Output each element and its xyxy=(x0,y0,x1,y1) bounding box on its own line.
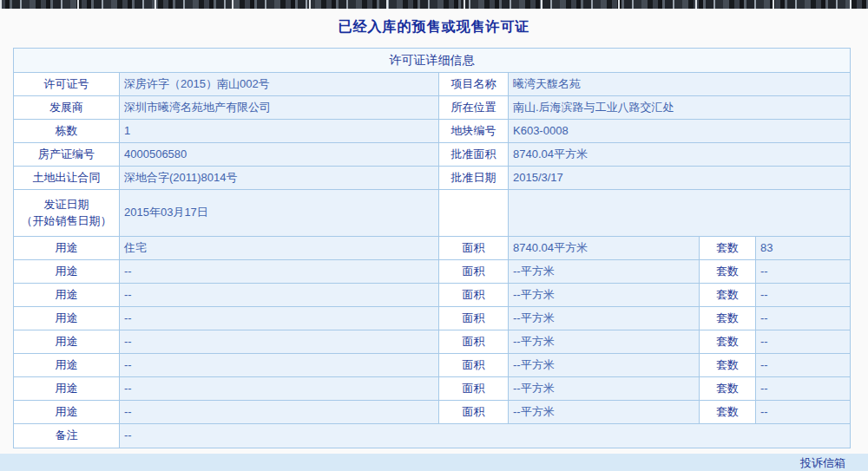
footer-bar: 投诉信箱 xyxy=(0,454,868,471)
field-label-text: 套数 xyxy=(716,357,739,374)
use-label: 用途 xyxy=(14,260,120,283)
table-header: 许可证详细信息 xyxy=(14,49,850,73)
use-value: -- xyxy=(120,401,439,423)
area-label: 面积 xyxy=(439,260,509,283)
use-value: 住宅 xyxy=(120,237,439,259)
field-label-text: 套数 xyxy=(716,381,739,397)
field-label-text: 面积 xyxy=(463,311,485,327)
units-value: -- xyxy=(756,260,850,283)
use-label: 用途 xyxy=(14,354,120,376)
field-value xyxy=(509,190,850,236)
units-value: -- xyxy=(756,401,850,423)
units-label: 套数 xyxy=(700,307,756,330)
field-label-text: 房产证编号 xyxy=(38,147,95,163)
units-value: -- xyxy=(756,354,850,376)
area-value: --平方米 xyxy=(509,330,700,353)
table-row: 发展商 深圳市曦湾名苑地产有限公司 所在位置 南山.后海滨路与工业八路交汇处 xyxy=(14,96,850,120)
field-label-text: 面积 xyxy=(463,287,485,304)
table-row: 备注 -- xyxy=(14,424,850,448)
use-value: -- xyxy=(120,330,439,353)
table-row: 用途 -- 面积 --平方米 套数 -- xyxy=(14,307,850,330)
field-label-text: 套数 xyxy=(716,240,739,257)
units-label: 套数 xyxy=(700,237,756,259)
field-value: 1 xyxy=(120,120,439,142)
area-label: 面积 xyxy=(439,284,509,306)
units-value: -- xyxy=(756,377,850,400)
field-label-text: 用途 xyxy=(56,357,78,374)
field-label-text: 用途 xyxy=(56,311,78,327)
field-label-text: 面积 xyxy=(463,334,485,350)
field-label-text: 面积 xyxy=(463,357,485,374)
field-label-text: 套数 xyxy=(716,334,739,350)
field-label: 土地出让合同 xyxy=(14,167,120,189)
field-label-text: 发证日期 xyxy=(44,197,89,213)
field-label-text: 批准面积 xyxy=(451,147,496,163)
field-label-text: 面积 xyxy=(463,240,485,257)
usage-rows-section: 用途 住宅 面积 8740.04平方米 套数 83 用途 -- 面积 --平方米… xyxy=(14,237,850,424)
units-value: 83 xyxy=(756,237,850,259)
field-label: 发展商 xyxy=(14,96,120,119)
complaint-mailbox-link[interactable]: 投诉信箱 xyxy=(800,455,845,471)
field-value: 南山.后海滨路与工业八路交汇处 xyxy=(509,96,850,119)
field-value: 深圳市曦湾名苑地产有限公司 xyxy=(120,96,439,119)
units-value: -- xyxy=(756,284,850,306)
units-value: -- xyxy=(756,330,850,353)
field-label: 所在位置 xyxy=(439,96,509,119)
field-label: 批准日期 xyxy=(439,167,509,189)
field-label-text: 用途 xyxy=(56,404,78,421)
field-label: 批准面积 xyxy=(439,143,509,166)
table-row: 栋数 1 地块编号 K603-0008 xyxy=(14,120,850,143)
use-value: -- xyxy=(120,284,439,306)
remark-value: -- xyxy=(120,424,850,448)
area-value: --平方米 xyxy=(509,401,700,423)
use-label: 用途 xyxy=(14,401,120,423)
area-label: 面积 xyxy=(439,307,509,330)
field-label-text: 发展商 xyxy=(49,100,83,116)
field-label: 栋数 xyxy=(14,120,120,142)
table-row: 用途 -- 面积 --平方米 套数 -- xyxy=(14,260,850,284)
area-label: 面积 xyxy=(439,237,509,259)
field-label-text: 项目名称 xyxy=(451,76,496,93)
field-value: K603-0008 xyxy=(509,120,850,142)
table-row: 用途 -- 面积 --平方米 套数 -- xyxy=(14,377,850,401)
field-label-text: 用途 xyxy=(56,334,78,350)
field-label-text: 用途 xyxy=(56,381,78,397)
field-label: 许可证号 xyxy=(14,73,120,95)
units-value: -- xyxy=(756,307,850,330)
field-value: 4000506580 xyxy=(120,143,439,166)
units-label: 套数 xyxy=(700,401,756,423)
units-label: 套数 xyxy=(700,260,756,283)
area-value: --平方米 xyxy=(509,284,700,306)
field-label: 项目名称 xyxy=(439,73,509,95)
area-value: --平方米 xyxy=(509,354,700,376)
table-row: 用途 -- 面积 --平方米 套数 -- xyxy=(14,330,850,354)
table-row: 土地出让合同 深地合字(2011)8014号 批准日期 2015/3/17 xyxy=(14,167,850,190)
field-label-text: 套数 xyxy=(716,287,739,304)
field-label-text: 用途 xyxy=(56,240,78,257)
units-label: 套数 xyxy=(700,354,756,376)
area-label: 面积 xyxy=(439,330,509,353)
field-label-text: 面积 xyxy=(463,381,485,397)
field-label-text: 用途 xyxy=(56,264,78,280)
area-value: --平方米 xyxy=(509,377,700,400)
field-label-text: 套数 xyxy=(716,311,739,327)
permit-detail-table: 许可证详细信息 许可证号 深房许字（2015）南山002号 项目名称 曦湾天馥名… xyxy=(13,48,851,448)
remark-label: 备注 xyxy=(14,424,120,448)
table-row: 用途 -- 面积 --平方米 套数 -- xyxy=(14,401,850,424)
use-label: 用途 xyxy=(14,307,120,330)
use-label: 用途 xyxy=(14,284,120,306)
title-bar: 已经入库的预售或现售许可证 xyxy=(0,9,868,48)
page-title: 已经入库的预售或现售许可证 xyxy=(339,18,530,36)
field-label-text: 套数 xyxy=(716,404,739,421)
use-value: -- xyxy=(120,354,439,376)
field-value: 2015年03月17日 xyxy=(120,190,439,236)
units-label: 套数 xyxy=(700,284,756,306)
use-value: -- xyxy=(120,307,439,330)
field-label: 发证日期 （开始销售日期） xyxy=(14,190,120,236)
field-label xyxy=(439,190,509,236)
header-banner-image xyxy=(0,0,868,9)
field-label-text: 地块编号 xyxy=(451,123,496,140)
table-row: 发证日期 （开始销售日期） 2015年03月17日 xyxy=(14,190,850,237)
units-label: 套数 xyxy=(700,377,756,400)
area-label: 面积 xyxy=(439,401,509,423)
